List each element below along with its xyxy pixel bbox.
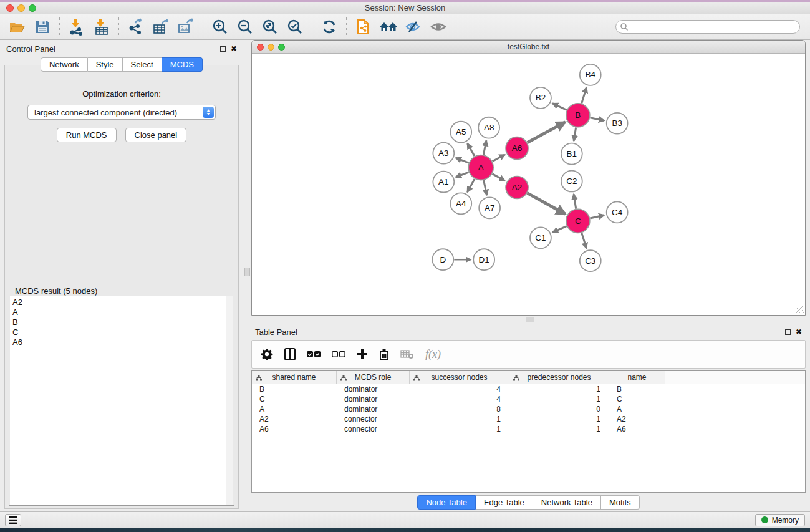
table-cell[interactable]: C — [252, 395, 337, 404]
edge-A-A8[interactable] — [483, 140, 486, 155]
table-cell[interactable]: 1 — [509, 385, 609, 394]
node-B4[interactable]: B4 — [580, 64, 601, 85]
tab-motifs[interactable]: Motifs — [601, 495, 640, 510]
float-panel-icon[interactable] — [220, 46, 226, 52]
task-history-button[interactable] — [5, 514, 21, 526]
table-cell[interactable]: 4 — [410, 395, 509, 404]
tab-style[interactable]: Style — [88, 57, 123, 72]
tab-network[interactable]: Network — [41, 57, 88, 72]
node-A6[interactable]: A6 — [506, 137, 528, 160]
node-C1[interactable]: C1 — [530, 227, 551, 248]
edge-A-A4[interactable] — [467, 179, 475, 192]
tab-node-table[interactable]: Node Table — [417, 495, 476, 510]
tab-mcds[interactable]: MCDS — [162, 57, 203, 72]
edge-A-A2[interactable] — [493, 174, 505, 181]
column-header-predecessor-nodes[interactable]: predecessor nodes — [509, 371, 609, 384]
table-row[interactable]: A2connector11A2 — [252, 414, 805, 424]
select-all-icon[interactable] — [307, 351, 321, 358]
save-session-icon[interactable] — [30, 16, 55, 37]
titlebar[interactable]: Session: New Session — [0, 2, 810, 14]
edge-A-A3[interactable] — [456, 158, 469, 163]
function-builder-icon[interactable]: f(x) — [425, 348, 441, 361]
edge-C-C3[interactable] — [582, 233, 587, 248]
export-network-icon[interactable] — [123, 16, 148, 37]
edge-A-A1[interactable] — [456, 172, 469, 177]
column-header-successor-nodes[interactable]: successor nodes — [410, 371, 509, 384]
edge-C-C2[interactable] — [574, 194, 576, 208]
zoom-fit-icon[interactable] — [258, 16, 282, 37]
deselect-all-icon[interactable] — [332, 351, 345, 358]
table-row[interactable]: Adominator80A — [252, 404, 805, 414]
edge-B-B4[interactable] — [582, 87, 587, 104]
table-cell[interactable]: dominator — [337, 405, 410, 414]
float-panel-icon[interactable] — [785, 329, 791, 335]
node-A2[interactable]: A2 — [506, 177, 528, 199]
result-item[interactable]: C — [12, 327, 223, 337]
run-mcds-button[interactable]: Run MCDS — [57, 128, 117, 142]
add-row-icon[interactable] — [357, 349, 368, 360]
table-cell[interactable]: A6 — [609, 425, 665, 433]
table-cell[interactable]: connector — [337, 425, 410, 433]
vertical-split-divider[interactable] — [243, 40, 251, 511]
table-cell[interactable]: dominator — [337, 395, 410, 404]
criterion-select[interactable]: largest connected component (directed) ▲… — [27, 105, 216, 120]
node-C[interactable]: C — [566, 209, 590, 233]
tab-edge-table[interactable]: Edge Table — [476, 495, 533, 510]
table-cell[interactable]: C — [609, 395, 665, 404]
eye-slash-icon[interactable] — [401, 16, 426, 37]
network-window-titlebar[interactable]: testGlobe.txt — [252, 41, 805, 54]
divider-handle[interactable] — [244, 268, 250, 276]
close-panel-icon[interactable]: ✖ — [796, 328, 802, 336]
result-item[interactable]: B — [12, 317, 223, 327]
table-cell[interactable]: B — [609, 385, 665, 394]
table-row[interactable]: Cdominator41C — [252, 394, 805, 404]
eye-icon[interactable] — [426, 16, 451, 37]
edge-A-A5[interactable] — [468, 143, 475, 156]
node-A[interactable]: A — [468, 155, 493, 180]
node-C2[interactable]: C2 — [561, 171, 582, 192]
node-D1[interactable]: D1 — [473, 249, 494, 270]
table-cell[interactable]: 1 — [509, 415, 609, 423]
search-input[interactable] — [615, 20, 800, 34]
divider-handle[interactable] — [526, 317, 534, 322]
result-scrollbar[interactable] — [226, 296, 233, 505]
edge-B-B3[interactable] — [590, 118, 604, 121]
resize-grip-icon[interactable] — [796, 306, 804, 314]
table-cell[interactable]: 1 — [410, 415, 509, 423]
import-table-icon[interactable] — [89, 16, 114, 37]
table-cell[interactable]: dominator — [337, 385, 410, 394]
node-B3[interactable]: B3 — [607, 113, 628, 134]
table-cell[interactable]: A2 — [252, 415, 337, 423]
tab-network-table[interactable]: Network Table — [533, 495, 601, 510]
table-cell[interactable]: B — [252, 385, 337, 394]
open-session-icon[interactable] — [5, 16, 30, 37]
zoom-out-icon[interactable] — [233, 16, 258, 37]
column-layout-icon[interactable] — [284, 348, 296, 360]
node-A3[interactable]: A3 — [433, 143, 454, 164]
edge-C-C1[interactable] — [552, 226, 567, 233]
table-cell[interactable]: A2 — [609, 415, 665, 423]
memory-button[interactable]: Memory — [755, 514, 805, 526]
zoom-selected-icon[interactable] — [282, 16, 307, 37]
node-A7[interactable]: A7 — [479, 197, 500, 218]
node-C3[interactable]: C3 — [580, 250, 601, 271]
tab-select[interactable]: Select — [123, 57, 162, 72]
close-panel-icon[interactable]: ✖ — [231, 45, 237, 52]
table-cell[interactable]: 4 — [410, 385, 509, 394]
edge-A2-C[interactable] — [528, 193, 566, 215]
table-cell[interactable]: A — [252, 405, 337, 414]
delete-table-icon[interactable] — [400, 349, 414, 359]
result-item[interactable]: A6 — [12, 337, 223, 347]
export-image-icon[interactable] — [173, 16, 198, 37]
home-icon[interactable] — [376, 16, 401, 37]
settings-gear-icon[interactable] — [261, 348, 273, 360]
column-header-MCDS-role[interactable]: MCDS role — [337, 371, 410, 384]
edge-B-B1[interactable] — [574, 127, 576, 140]
node-B[interactable]: B — [566, 104, 590, 127]
node-A5[interactable]: A5 — [450, 122, 471, 143]
node-C4[interactable]: C4 — [607, 201, 628, 223]
close-panel-button[interactable]: Close panel — [125, 128, 187, 142]
edge-C-C4[interactable] — [590, 215, 604, 218]
horizontal-split-divider[interactable] — [251, 316, 806, 324]
table-row[interactable]: A6connector11A6 — [252, 424, 805, 434]
